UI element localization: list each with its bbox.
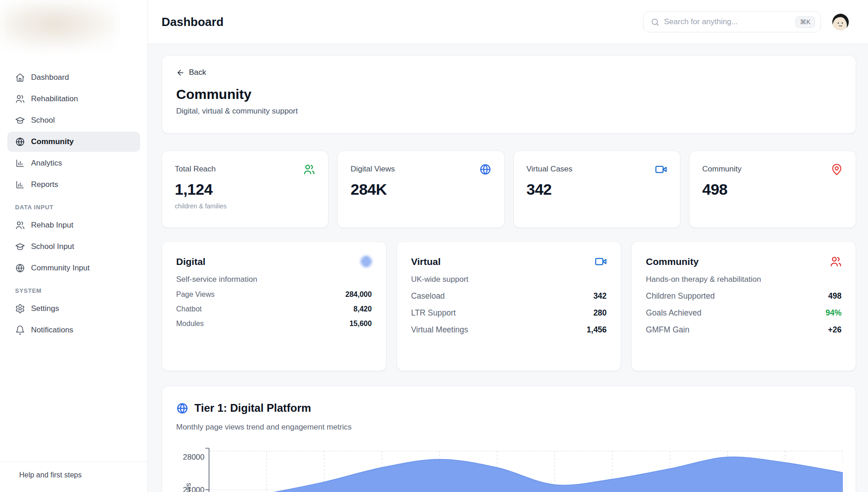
sidebar-item-label: Community [31,137,74,146]
map-pin-icon [831,163,843,176]
gear-icon [15,304,25,314]
search-icon [651,18,659,26]
sidebar-item-dashboard[interactable]: Dashboard [7,67,140,88]
stat-label: Virtual Cases [527,165,667,174]
y-axis-tick: 28000 [176,453,204,462]
sidebar-item-label: Rehabilitation [31,94,78,104]
stat-value: 1,124 [175,181,315,198]
content: Back Community Digital, virtual & commun… [148,44,868,492]
stat-card-community: Community 498 [689,150,856,228]
y-axis-label: views [184,465,193,492]
stat-sublabel: children & families [175,202,315,210]
home-icon [15,73,25,83]
sidebar-section-heading-system: SYSTEM [15,287,132,294]
tier-cards-row: Digital Self-service information Page Vi… [162,241,856,371]
page-title: Dashboard [162,15,224,29]
globe-icon [360,255,372,268]
section-title: Community [176,87,842,102]
sidebar-item-notifications[interactable]: Notifications [7,320,140,340]
metric-row: Caseload 342 [411,291,607,301]
stat-label: Total Reach [175,165,315,174]
chart-subtitle: Monthly page views trend and engagement … [162,414,856,432]
app-screen: Dashboard Rehabilitation School Communit… [0,0,868,492]
back-button[interactable]: Back [176,68,206,77]
users-icon [15,94,25,104]
section-subtitle: Digital, virtual & community support [176,107,842,116]
sidebar-item-rehabilitation[interactable]: Rehabilitation [7,89,140,109]
area-chart-svg [205,445,843,492]
back-label: Back [189,68,206,77]
sidebar-item-label: Notifications [31,326,73,335]
global-search[interactable]: ⌘K [643,11,821,32]
sidebar-item-label: Community Input [31,264,90,273]
help-link[interactable]: Help and first steps [0,461,147,492]
chart-column-icon [15,180,25,190]
sidebar: Dashboard Rehabilitation School Communit… [0,0,148,492]
users-icon [303,163,315,176]
metric-row: LTR Support 280 [411,308,607,318]
arrow-left-icon [176,68,185,77]
globe-icon [176,402,188,414]
globe-icon [15,137,25,147]
goals-achieved-value: 94% [826,308,842,318]
stat-value: 498 [702,181,843,198]
sidebar-item-analytics[interactable]: Analytics [7,153,140,173]
globe-icon [479,163,492,176]
metric-row: Modules 15,600 [176,320,372,328]
sidebar-item-label: Rehab Input [31,221,73,230]
stat-label: Digital Views [350,165,491,174]
tier1-area-chart: 28000 21000 views [176,445,842,492]
stat-cards-row: Total Reach 1,124 children & families Di… [162,150,856,228]
stat-value: 342 [527,181,667,198]
users-icon [15,220,25,230]
tier-title: Virtual [411,256,607,267]
video-camera-icon [655,163,667,176]
video-camera-icon [595,255,607,268]
sidebar-item-label: Analytics [31,159,62,168]
sidebar-item-school-input[interactable]: School Input [7,237,140,257]
sidebar-item-label: Dashboard [31,73,69,82]
tier-card-community: Community Hands-on therapy & rehabilitat… [631,241,856,371]
main-area: Dashboard ⌘K [148,0,868,492]
sidebar-item-label: Reports [31,180,58,189]
sidebar-section-heading-data-input: DATA INPUT [15,204,132,211]
community-hero-card: Back Community Digital, virtual & commun… [162,55,856,134]
metric-row: Children Supported 498 [646,291,842,301]
stat-card-digital-views: Digital Views 284K [337,150,504,228]
graduation-cap-icon [15,242,25,252]
sidebar-item-label: Settings [31,304,59,313]
org-logo [3,3,117,50]
tier-subtitle: Self-service information [176,275,372,284]
search-input[interactable] [664,17,791,26]
sidebar-item-reports[interactable]: Reports [7,175,140,195]
chart-column-icon [15,158,25,168]
users-icon [830,255,842,268]
sidebar-item-label: School Input [31,242,74,251]
metric-row: Chatbot 8,420 [176,305,372,313]
tier1-chart-card: Tier 1: Digital Platform Monthly page vi… [162,386,856,492]
sidebar-item-rehab-input[interactable]: Rehab Input [7,215,140,235]
globe-icon [15,263,25,273]
tier-subtitle: Hands-on therapy & rehabilitation [646,275,842,284]
tier-subtitle: UK-wide support [411,275,607,284]
bell-icon [15,325,25,335]
tier-card-virtual: Virtual UK-wide support Caseload 342 LTR… [397,241,622,371]
graduation-cap-icon [15,115,25,125]
metric-row: Page Views 284,000 [176,290,372,299]
metric-row: Virtual Meetings 1,456 [411,325,607,335]
sidebar-item-community[interactable]: Community [7,132,140,152]
sidebar-item-school[interactable]: School [7,110,140,130]
tier-card-digital: Digital Self-service information Page Vi… [162,241,387,371]
tier-title: Community [646,256,842,267]
stat-card-virtual-cases: Virtual Cases 342 [513,150,680,228]
avatar[interactable] [832,14,849,31]
chart-title: Tier 1: Digital Platform [194,402,311,414]
sidebar-item-settings[interactable]: Settings [7,299,140,319]
sidebar-item-label: School [31,116,55,125]
top-bar: Dashboard ⌘K [148,0,868,44]
metric-row: GMFM Gain +26 [646,325,842,335]
tier-title: Digital [176,256,372,267]
stat-label: Community [702,165,843,174]
sidebar-item-community-input[interactable]: Community Input [7,258,140,278]
stat-value: 284K [350,181,491,198]
